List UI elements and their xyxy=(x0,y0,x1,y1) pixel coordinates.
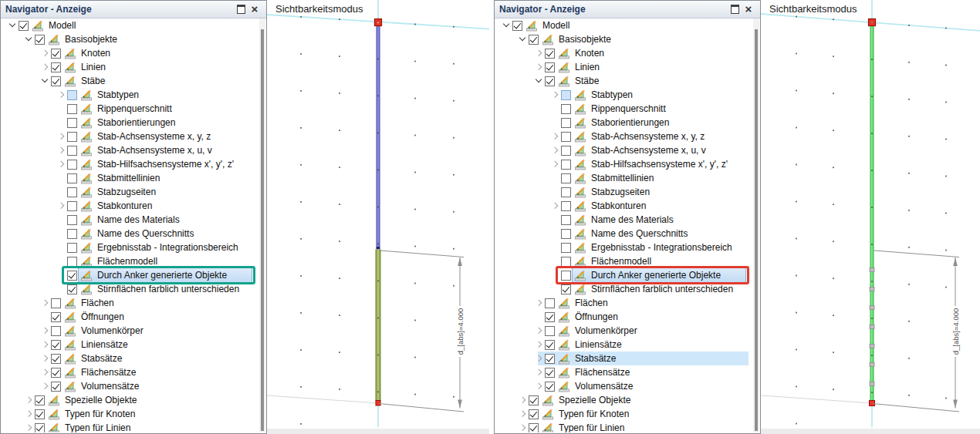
chevron-right-icon[interactable] xyxy=(24,409,35,419)
tree-item-stab-hilfsachsensysteme-x-y-z[interactable]: Stab-Hilfsachsensysteme x', y', z' xyxy=(2,157,259,171)
tree-item-stirnflächen-farblich-unterschieden[interactable]: Stirnflächen farblich unterschieden xyxy=(2,282,259,296)
chevron-right-icon[interactable] xyxy=(40,367,51,378)
checkbox-checked[interactable] xyxy=(545,312,555,322)
tree-item-stabzugseiten[interactable]: Stabzugseiten xyxy=(2,185,259,199)
tree-item-öffnungen[interactable]: Öffnungen xyxy=(495,310,753,324)
tree-item-flächen[interactable]: Flächen xyxy=(2,296,259,310)
checkbox-unchecked[interactable] xyxy=(67,160,77,170)
tree-item-flächenmodell[interactable]: Flächenmodell xyxy=(2,254,259,268)
chevron-right-icon[interactable] xyxy=(550,159,561,170)
chevron-right-icon[interactable] xyxy=(534,353,545,364)
checkbox-checked[interactable] xyxy=(545,354,555,364)
tree-item-stab-achsensysteme-x-y-z[interactable]: Stab-Achsensysteme x, y, z xyxy=(495,130,753,143)
chevron-right-icon[interactable] xyxy=(56,200,67,211)
chevron-right-icon[interactable] xyxy=(24,422,35,432)
checkbox-unchecked[interactable] xyxy=(67,229,77,239)
chevron-down-icon[interactable] xyxy=(24,34,35,45)
checkbox-checked[interactable] xyxy=(67,271,77,281)
checkbox-checked[interactable] xyxy=(545,62,555,72)
tree-scrollbar[interactable] xyxy=(259,19,265,432)
checkbox-checked[interactable] xyxy=(545,76,555,86)
chevron-right-icon[interactable] xyxy=(550,131,561,142)
float-window-icon[interactable] xyxy=(234,2,248,16)
checkbox-checked[interactable] xyxy=(51,312,61,322)
tree-item-staborientierungen[interactable]: Staborientierungen xyxy=(495,116,753,130)
tree-item-name-des-materials[interactable]: Name des Materials xyxy=(2,213,259,227)
tree-item-linien[interactable]: Linien xyxy=(2,60,259,74)
tree-item-stäbe[interactable]: Stäbe xyxy=(495,74,753,88)
checkbox-checked[interactable] xyxy=(545,49,555,59)
chevron-right-icon[interactable] xyxy=(40,62,51,72)
checkbox-unchecked[interactable] xyxy=(51,326,61,336)
checkbox-checked[interactable] xyxy=(51,382,61,392)
checkbox-unchecked[interactable] xyxy=(67,104,77,114)
checkbox-partial[interactable] xyxy=(67,90,77,100)
chevron-right-icon[interactable] xyxy=(518,395,529,405)
checkbox-unchecked[interactable] xyxy=(561,132,571,142)
chevron-right-icon[interactable] xyxy=(24,395,35,405)
tree-item-rippenquerschnitt[interactable]: Rippenquerschnitt xyxy=(495,102,753,116)
checkbox-unchecked[interactable] xyxy=(545,298,555,308)
chevron-right-icon[interactable] xyxy=(550,145,561,156)
checkbox-unchecked[interactable] xyxy=(561,104,571,114)
checkbox-unchecked[interactable] xyxy=(561,118,571,128)
checkbox-unchecked[interactable] xyxy=(561,243,571,253)
chevron-right-icon[interactable] xyxy=(40,325,51,336)
checkbox-checked[interactable] xyxy=(51,340,61,350)
checkbox-unchecked[interactable] xyxy=(561,173,571,183)
tree-item-flächen[interactable]: Flächen xyxy=(495,296,753,310)
checkbox-checked[interactable] xyxy=(529,409,539,419)
checkbox-unchecked[interactable] xyxy=(561,257,571,267)
tree-item-flächenmodell[interactable]: Flächenmodell xyxy=(495,254,753,268)
checkbox-unchecked[interactable] xyxy=(67,146,77,156)
tree-item-volumensätze[interactable]: Volumensätze xyxy=(495,379,753,393)
tree-item-typen-für-knoten[interactable]: Typen für Knoten xyxy=(2,407,259,421)
tree-item-stabsätze[interactable]: Stabsätze xyxy=(495,352,753,365)
checkbox-checked[interactable] xyxy=(529,395,539,405)
tree-item-typen-für-linien[interactable]: Typen für Linien xyxy=(2,421,259,432)
checkbox-checked[interactable] xyxy=(51,76,61,86)
checkbox-checked[interactable] xyxy=(35,423,45,433)
checkbox-unchecked[interactable] xyxy=(67,132,77,142)
checkbox-unchecked[interactable] xyxy=(67,201,77,211)
tree-item-linien[interactable]: Linien xyxy=(495,60,753,74)
tree-item-name-des-querschnitts[interactable]: Name des Querschnitts xyxy=(495,227,753,241)
chevron-right-icon[interactable] xyxy=(40,298,51,308)
tree-item-name-des-materials[interactable]: Name des Materials xyxy=(495,213,753,227)
tree-item-durch-anker-generierte-objekte[interactable]: Durch Anker generierte Objekte xyxy=(495,268,753,282)
chevron-right-icon[interactable] xyxy=(518,422,529,432)
chevron-right-icon[interactable] xyxy=(56,131,67,142)
chevron-right-icon[interactable] xyxy=(534,298,545,308)
checkbox-unchecked[interactable] xyxy=(561,271,571,281)
checkbox-unchecked[interactable] xyxy=(561,201,571,211)
tree-item-stabmittellinien[interactable]: Stabmittellinien xyxy=(495,171,753,185)
tree-item-liniensätze[interactable]: Liniensätze xyxy=(495,338,753,352)
checkbox-checked[interactable] xyxy=(51,62,61,72)
tree-item-liniensätze[interactable]: Liniensätze xyxy=(2,338,259,352)
checkbox-checked[interactable] xyxy=(35,395,45,405)
chevron-down-icon[interactable] xyxy=(534,76,545,86)
tree-item-name-des-querschnitts[interactable]: Name des Querschnitts xyxy=(2,227,259,241)
drawing-area[interactable]: d_[abs]=4.000 Sichtbarkeitsmodus xyxy=(267,0,489,434)
checkbox-checked[interactable] xyxy=(512,21,522,31)
chevron-right-icon[interactable] xyxy=(56,145,67,156)
checkbox-unchecked[interactable] xyxy=(67,173,77,183)
checkbox-checked[interactable] xyxy=(51,49,61,59)
checkbox-checked[interactable] xyxy=(545,368,555,378)
chevron-down-icon[interactable] xyxy=(518,34,529,45)
tree-item-volumensätze[interactable]: Volumensätze xyxy=(2,379,259,393)
tree-scrollbar[interactable] xyxy=(753,19,759,432)
chevron-right-icon[interactable] xyxy=(534,367,545,378)
tree-item-ergebnisstab-integrationsbereich[interactable]: Ergebnisstab - Integrationsbereich xyxy=(495,241,753,254)
tree-item-durch-anker-generierte-objekte[interactable]: Durch Anker generierte Objekte xyxy=(2,268,259,282)
chevron-right-icon[interactable] xyxy=(550,89,561,100)
member-column[interactable] xyxy=(870,25,875,406)
tree-item-stabsätze[interactable]: Stabsätze xyxy=(2,352,259,365)
chevron-right-icon[interactable] xyxy=(534,325,545,336)
scrollbar-thumb[interactable] xyxy=(261,29,264,431)
chevron-right-icon[interactable] xyxy=(56,159,67,170)
checkbox-unchecked[interactable] xyxy=(561,160,571,170)
checkbox-checked[interactable] xyxy=(35,35,45,45)
tree-item-stabkonturen[interactable]: Stabkonturen xyxy=(2,199,259,213)
chevron-down-icon[interactable] xyxy=(502,20,512,31)
